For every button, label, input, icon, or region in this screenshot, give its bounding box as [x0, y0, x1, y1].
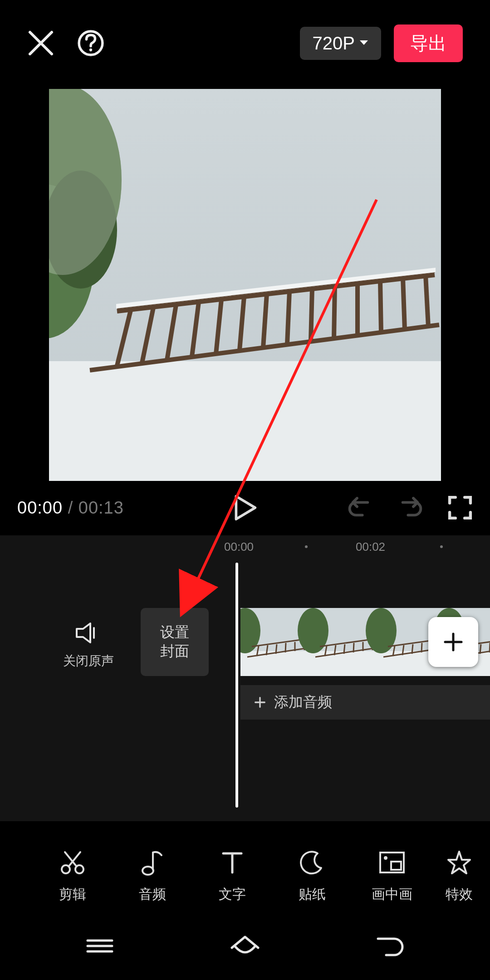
resolution-label: 720P [313, 33, 355, 54]
mute-label: 关闭原声 [54, 652, 122, 670]
add-clip-button[interactable] [428, 617, 478, 667]
music-note-icon [141, 848, 164, 877]
transport-bar: 00:00 / 00:13 [0, 492, 490, 524]
text-icon [220, 848, 244, 877]
menu-icon [85, 937, 115, 955]
tool-effect[interactable]: 特效 [432, 848, 486, 904]
add-audio-button[interactable]: 添加音频 [240, 685, 490, 720]
svg-point-22 [142, 867, 153, 875]
back-icon [374, 935, 406, 957]
play-button[interactable] [232, 495, 258, 520]
mute-original-audio[interactable]: 关闭原声 [54, 622, 122, 670]
clip-thumb [240, 608, 309, 676]
svg-rect-9 [240, 651, 309, 676]
redo-button[interactable] [397, 495, 423, 520]
timeline[interactable]: 00:00 00:02 关闭原声 设置 封面 添加音频 [0, 535, 490, 821]
svg-rect-3 [49, 361, 441, 481]
tool-label: 音频 [139, 885, 166, 904]
svg-point-25 [384, 856, 387, 860]
undo-button[interactable] [348, 495, 373, 520]
preview-image [49, 89, 441, 481]
nav-back-button[interactable] [372, 932, 408, 960]
home-icon [229, 934, 261, 958]
svg-rect-24 [391, 862, 401, 870]
clip-thumb [309, 608, 377, 676]
tool-edit[interactable]: 剪辑 [33, 848, 113, 904]
tool-label: 文字 [219, 885, 246, 904]
time-display: 00:00 / 00:13 [17, 498, 124, 518]
tool-audio[interactable]: 音频 [113, 848, 192, 904]
timeline-ruler: 00:00 00:02 [0, 535, 490, 561]
tick-dot [305, 545, 308, 548]
tool-label: 特效 [446, 885, 473, 904]
resolution-button[interactable]: 720P [300, 27, 381, 60]
current-time: 00:00 [17, 498, 63, 517]
total-time: 00:13 [78, 498, 124, 517]
chevron-down-icon [359, 40, 368, 46]
tick-dot [440, 545, 443, 548]
add-audio-label: 添加音频 [274, 692, 332, 712]
tool-bar: 剪辑 音频 文字 贴纸 画中画 特效 [0, 835, 490, 916]
moon-icon [299, 848, 325, 877]
speaker-icon [75, 622, 102, 644]
fullscreen-button[interactable] [447, 495, 473, 520]
tick-label: 00:00 [224, 540, 254, 554]
set-cover-label: 设置 封面 [160, 623, 189, 661]
time-separator: / [63, 498, 78, 517]
plus-icon [253, 696, 267, 709]
plus-icon [442, 631, 464, 653]
help-icon[interactable] [77, 29, 104, 57]
export-button[interactable]: 导出 [394, 24, 463, 62]
video-preview[interactable] [49, 89, 441, 481]
tool-sticker[interactable]: 贴纸 [272, 848, 352, 904]
scissors-icon [59, 848, 86, 877]
picture-in-picture-icon [378, 848, 406, 877]
tick-label: 00:02 [356, 540, 385, 554]
playhead[interactable] [235, 563, 238, 808]
tool-label: 剪辑 [59, 885, 86, 904]
tool-label: 画中画 [372, 885, 412, 904]
set-cover-button[interactable]: 设置 封面 [141, 608, 209, 676]
tool-text[interactable]: 文字 [192, 848, 272, 904]
system-nav-bar [0, 926, 490, 966]
header: 720P 导出 [0, 18, 490, 68]
nav-home-button[interactable] [227, 932, 263, 960]
tool-pip[interactable]: 画中画 [352, 848, 432, 904]
close-icon[interactable] [27, 29, 54, 57]
star-icon [446, 848, 472, 877]
nav-recent-button[interactable] [82, 932, 118, 960]
svg-rect-12 [309, 651, 377, 676]
tool-label: 贴纸 [299, 885, 326, 904]
export-label: 导出 [410, 33, 446, 53]
svg-point-1 [89, 49, 92, 51]
